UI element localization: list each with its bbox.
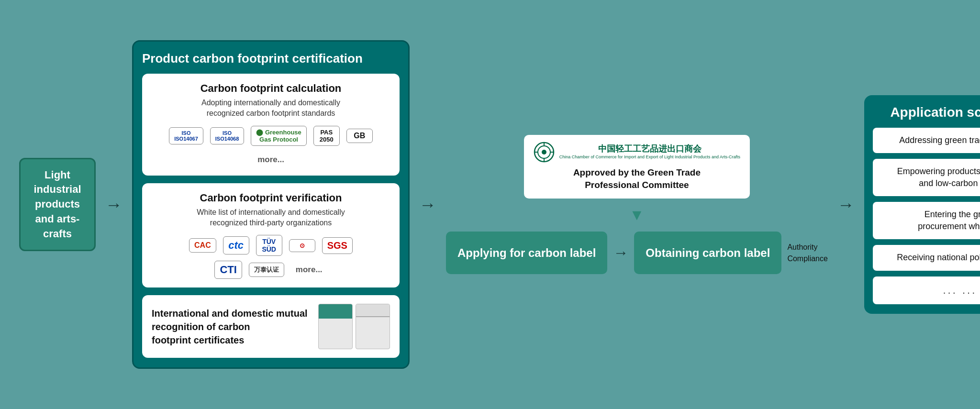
svg-point-2 [542,150,546,155]
committee-name-block: 中国轻工工艺品进出口商会 China Chamber of Commerce f… [559,144,740,160]
compliance-label: Compliance [787,254,827,263]
calc-logo-row: ISOISO14067 ISOISO14068 ⬤ GreenhouseGas … [152,126,390,167]
scenario-text-3: Entering the greenprocurement white list [918,210,980,231]
cert-panel-title: Product carbon footprint certification [142,51,400,66]
scenario-card-dots: ... ... [873,276,980,305]
logo-pas: PAS2050 [313,126,340,146]
verif-title: Carbon footprint verification [152,192,390,204]
cert-card-calculation: Carbon footprint calculation Adopting in… [142,74,400,176]
obtaining-box: Obtaining carbon label [634,232,781,275]
verif-logo-row2: CTI 万泰认证 more... [152,261,390,279]
scenario-card-4: Receiving national policy support [873,245,980,270]
logo-sgs: SGS [322,237,353,254]
verif-logo-row1: CAC ctc TÜVSÜD ⊙ SGS [152,235,390,256]
left-input-label: Light industrial products and arts-craft… [33,169,81,240]
cert-doc-image-2 [356,304,390,349]
cert-doc-image-1 [318,304,353,349]
right-panel: Application scenarios Addressing green t… [864,95,980,314]
main-container: Light industrial products and arts-craft… [0,0,980,409]
flow-row: Applying for carbon label → Obtaining ca… [446,232,828,275]
scenario-text-4: Receiving national policy support [897,253,980,262]
flow-arrow-middle: → [613,244,628,262]
committee-logo-row: 中国轻工工艺品进出口商会 China Chamber of Commerce f… [534,142,740,163]
logo-more-calc: more... [253,153,289,167]
arrow-to-flow: → [419,195,436,215]
left-input-box: Light industrial products and arts-craft… [19,158,96,252]
obtaining-label: Obtaining carbon label [646,246,770,259]
scenario-text-2: Empowering products with greenand low-ca… [897,166,980,188]
logo-tuv: TÜVSÜD [256,235,282,256]
cert-docs-images [318,304,390,349]
committee-sub: China Chamber of Commerce for Import and… [559,155,740,160]
arrow-to-right: → [837,195,855,215]
auth-compliance-block: Authority Compliance [787,243,827,263]
cert-card-mutual: International and domestic mutualrecogni… [142,295,400,358]
logo-iso14068: ISOISO14068 [210,127,245,144]
mutual-text: International and domestic mutualrecogni… [152,307,308,347]
logo-more-verif: more... [291,263,327,277]
calc-desc: Adopting internationally and domesticall… [152,98,390,119]
diamond-arrow: ▼ [629,206,645,224]
scenario-card-2: Empowering products with greenand low-ca… [873,159,980,196]
applying-box: Applying for carbon label [446,232,607,275]
cert-card-verification: Carbon footprint verification White list… [142,183,400,288]
calc-title: Carbon footprint calculation [152,82,390,95]
mutual-card-inner: International and domestic mutualrecogni… [152,304,390,349]
logo-wit: 万泰认证 [249,263,284,277]
committee-logo-icon [534,142,555,163]
right-panel-title: Application scenarios [873,105,980,120]
logo-ghg: ⬤ GreenhouseGas Protocol [251,126,306,146]
logo-iso-circle: ⊙ [289,239,315,252]
logo-cac: CAC [189,238,216,253]
committee-chinese: 中国轻工工艺品进出口商会 [559,144,740,155]
arrow-to-cert: → [105,195,122,215]
applying-label: Applying for carbon label [457,246,596,259]
committee-box: 中国轻工工艺品进出口商会 China Chamber of Commerce f… [524,135,750,199]
logo-gb: GB [346,129,373,143]
cert-panel: Product carbon footprint certification C… [132,40,410,369]
committee-approved: Approved by the Green TradeProfessional … [534,166,740,192]
verif-desc: White list of internationally and domest… [152,207,390,229]
center-flow: 中国轻工工艺品进出口商会 China Chamber of Commerce f… [446,135,828,275]
scenario-card-1: Addressing green trade barriers [873,128,980,153]
scenario-dots: ... ... [943,284,977,296]
authority-label: Authority [787,243,827,252]
logo-ctc: ctc [223,236,249,254]
scenario-text-1: Addressing green trade barriers [899,135,980,145]
scenario-card-3: Entering the greenprocurement white list [873,202,980,239]
logo-cti: CTI [214,261,242,279]
logo-iso14067: ISOISO14067 [169,127,203,144]
